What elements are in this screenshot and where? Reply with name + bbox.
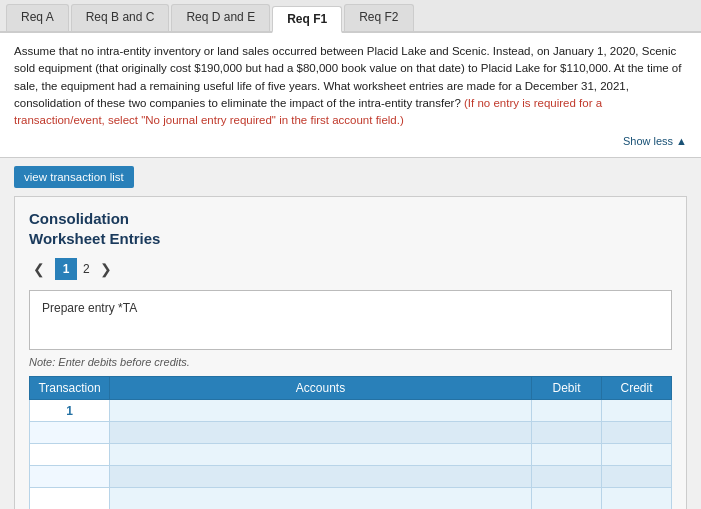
transaction-number-cell	[30, 444, 110, 466]
credit-input[interactable]	[608, 426, 665, 440]
instruction-area: Assume that no intra-entity inventory or…	[0, 33, 701, 158]
account-cell[interactable]	[110, 488, 532, 509]
page-1-button[interactable]: 1	[55, 258, 77, 280]
tab-req-f2[interactable]: Req F2	[344, 4, 413, 31]
account-input[interactable]	[116, 492, 525, 506]
credit-cell[interactable]	[602, 444, 672, 466]
credit-cell[interactable]	[602, 400, 672, 422]
table-row	[30, 488, 672, 509]
account-input[interactable]	[116, 404, 525, 418]
worksheet-title: Consolidation Worksheet Entries	[29, 209, 672, 248]
tab-req-a[interactable]: Req A	[6, 4, 69, 31]
worksheet-panel: Consolidation Worksheet Entries ❮ 1 2 ❯ …	[14, 196, 687, 509]
transaction-number-cell: 1	[30, 400, 110, 422]
debit-cell[interactable]	[532, 444, 602, 466]
col-header-credit: Credit	[602, 377, 672, 400]
page-2-button[interactable]: 2	[83, 262, 90, 276]
prepare-entry-label: Prepare entry *TA	[42, 301, 137, 315]
table-header-row: Transaction Accounts Debit Credit	[30, 377, 672, 400]
debit-input[interactable]	[538, 404, 595, 418]
note-text: Note: Enter debits before credits.	[29, 356, 672, 368]
credit-cell[interactable]	[602, 466, 672, 488]
table-row: 1	[30, 400, 672, 422]
account-input[interactable]	[116, 470, 525, 484]
col-header-accounts: Accounts	[110, 377, 532, 400]
account-cell[interactable]	[110, 422, 532, 444]
show-less-link[interactable]: Show less ▲	[14, 135, 687, 147]
debit-cell[interactable]	[532, 488, 602, 509]
debit-input[interactable]	[538, 448, 595, 462]
account-input[interactable]	[116, 426, 525, 440]
credit-input[interactable]	[608, 404, 665, 418]
account-cell[interactable]	[110, 444, 532, 466]
view-transaction-list-button[interactable]: view transaction list	[14, 166, 134, 188]
transaction-number-cell	[30, 488, 110, 509]
prepare-entry-box: Prepare entry *TA	[29, 290, 672, 350]
account-cell[interactable]	[110, 466, 532, 488]
credit-cell[interactable]	[602, 488, 672, 509]
col-header-transaction: Transaction	[30, 377, 110, 400]
transaction-number-cell	[30, 466, 110, 488]
table-row	[30, 444, 672, 466]
tab-req-d-and-e[interactable]: Req D and E	[171, 4, 270, 31]
next-page-arrow[interactable]: ❯	[96, 259, 116, 279]
account-input[interactable]	[116, 448, 525, 462]
transaction-number-cell	[30, 422, 110, 444]
instruction-text: Assume that no intra-entity inventory or…	[14, 43, 687, 129]
tabs-bar: Req A Req B and C Req D and E Req F1 Req…	[0, 0, 701, 33]
credit-input[interactable]	[608, 492, 665, 506]
debit-cell[interactable]	[532, 422, 602, 444]
col-header-debit: Debit	[532, 377, 602, 400]
pagination: ❮ 1 2 ❯	[29, 258, 672, 280]
credit-input[interactable]	[608, 470, 665, 484]
account-cell[interactable]	[110, 400, 532, 422]
prev-page-arrow[interactable]: ❮	[29, 259, 49, 279]
debit-input[interactable]	[538, 470, 595, 484]
debit-input[interactable]	[538, 426, 595, 440]
credit-input[interactable]	[608, 448, 665, 462]
transaction-table: Transaction Accounts Debit Credit 1	[29, 376, 672, 509]
debit-cell[interactable]	[532, 466, 602, 488]
credit-cell[interactable]	[602, 422, 672, 444]
table-row	[30, 466, 672, 488]
tab-req-b-and-c[interactable]: Req B and C	[71, 4, 170, 31]
table-row	[30, 422, 672, 444]
debit-input[interactable]	[538, 492, 595, 506]
debit-cell[interactable]	[532, 400, 602, 422]
tab-req-f1[interactable]: Req F1	[272, 6, 342, 33]
